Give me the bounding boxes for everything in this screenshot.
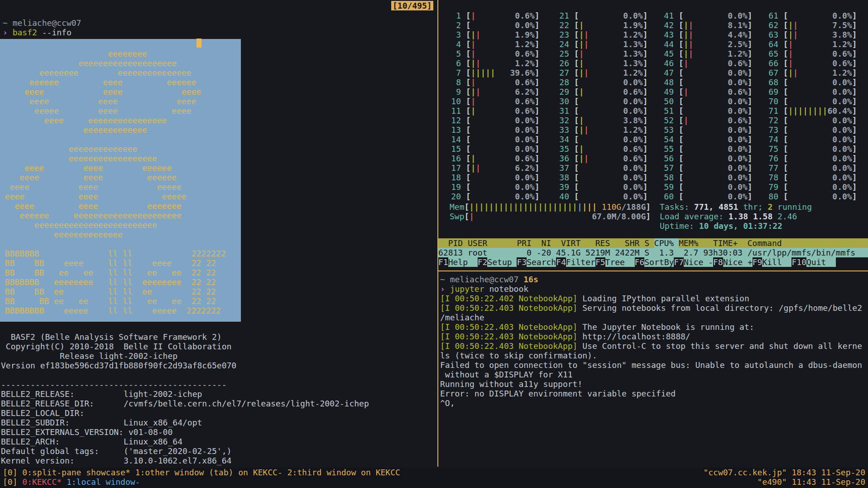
fkey-button-f3[interactable]: F3Search: [517, 257, 556, 267]
cpu-number: 32: [559, 116, 569, 125]
cpu-percent: 0.0%: [728, 144, 747, 154]
meter-bar: |: [579, 49, 584, 58]
cpu-number: 23: [559, 30, 569, 39]
fkey-key: F4: [556, 257, 566, 267]
fkey-key: F2: [478, 257, 488, 267]
meter-field: 0.0%: [471, 144, 535, 154]
meter-field: |0.6%: [788, 49, 852, 58]
cpu-meter: 13 [0.0%]: [451, 125, 540, 135]
meter-open-bracket: [: [778, 39, 788, 49]
cpu-number: 16: [451, 154, 461, 163]
thr-label: thr;: [738, 202, 767, 212]
cpu-bars: ||: [579, 125, 589, 135]
cpu-number: 43: [664, 30, 674, 39]
uptime: Uptime: 10 days, 01:37:22: [660, 221, 782, 231]
cpu-number: 45: [664, 49, 674, 58]
meter-open-bracket: [: [461, 11, 471, 20]
fkey-button-f6[interactable]: F6SortBy: [635, 257, 674, 267]
meter-bar: |: [793, 106, 798, 116]
window-tab[interactable]: 1:other window (tab) on KEKCC-: [135, 468, 288, 477]
cpu-meter-column: 1 [|0.6%]2 [0.0%]3 [||1.9%]4 [|1.2%]5 [|…: [451, 11, 540, 201]
meter-field: 0.0%: [684, 77, 748, 87]
pane-divider-vertical[interactable]: [437, 0, 438, 467]
mem-bar-field: ||||||||||||||||||||||||||110G/188G: [469, 202, 646, 212]
cpu-percent: 1.2%: [832, 68, 852, 77]
tasks-count: 771,: [694, 202, 719, 212]
header-cpu-sort-column[interactable]: CPU%: [654, 238, 679, 248]
window-tab[interactable]: 2:third window on KEKCC: [288, 468, 400, 477]
cpu-meter: 57 [0.0%]: [664, 163, 753, 173]
meter-open-bracket: [: [569, 87, 579, 97]
cpu-meter: 10 [|0.6%]: [451, 97, 540, 106]
meter-close-bracket: ]: [535, 97, 540, 106]
meter-bar: |: [689, 30, 694, 39]
meter-close-bracket: ]: [643, 68, 648, 77]
cpu-percent: 0.0%: [832, 116, 852, 125]
meter-close-bracket: ]: [852, 163, 857, 173]
cpu-number: 3: [451, 30, 461, 39]
fkey-button-f4[interactable]: F4Filter: [556, 257, 595, 267]
user-host-label: meliache@ccw07: [445, 275, 523, 284]
meter-bar: |: [793, 30, 798, 39]
cpu-meter: 2 [0.0%]: [451, 20, 540, 30]
cpu-meter: 56 [0.0%]: [664, 154, 753, 163]
cpu-meter: 12 [0.0%]: [451, 116, 540, 125]
cpu-number: 27: [559, 68, 569, 77]
cpu-number: 58: [664, 173, 674, 182]
meter-bar: |: [469, 202, 474, 212]
cpu-number: 7: [451, 68, 461, 77]
fkey-button-f5[interactable]: F5Tree: [595, 257, 635, 267]
meter-bar: |: [513, 202, 518, 212]
log-line: [I 00:50:22.403 NotebookApp] http://loca…: [440, 332, 691, 341]
fkey-button-f2[interactable]: F2Setup: [478, 257, 517, 267]
cpu-percent: 0.0%: [728, 135, 747, 144]
fkey-button-f10[interactable]: F10Quit: [791, 257, 836, 267]
meter-field: 0.0%: [788, 163, 852, 173]
cpu-bars: |: [579, 116, 584, 125]
fkey-button-f9[interactable]: F9Kill: [753, 257, 792, 267]
meter-close-bracket: ]: [852, 30, 857, 39]
cpu-percent: 0.0%: [515, 125, 534, 135]
cpu-number: 62: [768, 20, 778, 30]
fkey-button-f1[interactable]: F1Help: [438, 257, 478, 267]
meter-field: |0.6%: [471, 106, 535, 116]
process-table-header[interactable]: PID USER PRI NI VIRT RES SHR S CPU% MEM%…: [438, 238, 868, 248]
meter-close-bracket: ]: [852, 11, 857, 20]
log-text: The Jupyter Notebook is running at:: [577, 322, 754, 332]
meter-close-bracket: ]: [535, 30, 540, 39]
meter-open-bracket: [: [674, 144, 684, 154]
meter-field: 0.0%: [684, 163, 748, 173]
meter-field: ||2.5%: [684, 39, 748, 49]
meter-open-bracket: [: [569, 182, 579, 192]
cpu-percent: 1.2%: [515, 58, 534, 68]
log-line: [I 00:50:22.403 NotebookApp] Use Control…: [440, 341, 862, 351]
meter-bar: |: [579, 39, 584, 49]
user-host-label: meliache@ccw07: [13, 18, 82, 28]
cpu-percent: 3.8%: [623, 116, 643, 125]
window-tab-kekcc[interactable]: 0:KEKCC*: [22, 477, 67, 487]
meter-field: 0.0%: [579, 11, 643, 20]
meter-close-bracket: ]: [643, 97, 648, 106]
cpu-percent: 0.6%: [623, 144, 643, 154]
window-tab-local[interactable]: 1:local window-: [67, 477, 140, 487]
pane-divider-horizontal[interactable]: [437, 271, 868, 271]
meter-open-bracket: [: [778, 11, 788, 20]
meter-bar: |: [684, 39, 689, 49]
process-table-row[interactable]: 62813 root 0 -20 45.1G 5219M 2422M S 1.3…: [438, 248, 868, 257]
log-line: Error: no DISPLAY environment variable s…: [440, 389, 676, 398]
meter-bar: |: [582, 202, 587, 212]
cpu-bars: ||: [788, 30, 798, 39]
prompt-context-line: ~ meliache@ccw07: [3, 18, 81, 28]
cpu-number: 15: [451, 144, 461, 154]
meter-bar: |: [579, 125, 584, 135]
meter-bar: |: [788, 20, 793, 30]
window-tab[interactable]: 0:split-pane showcase*: [22, 468, 135, 477]
meter-bar: |: [471, 77, 476, 87]
mem-total: /188G: [621, 202, 646, 212]
meter-bar: |: [584, 154, 589, 163]
cpu-meter: 5 [|0.6%]: [451, 49, 540, 58]
fkey-button-f7[interactable]: F7Nice -: [674, 257, 713, 267]
cpu-percent: 1.2%: [728, 49, 747, 58]
meter-field: 0.0%: [684, 68, 748, 77]
fkey-button-f8[interactable]: F8Nice +: [713, 257, 753, 267]
